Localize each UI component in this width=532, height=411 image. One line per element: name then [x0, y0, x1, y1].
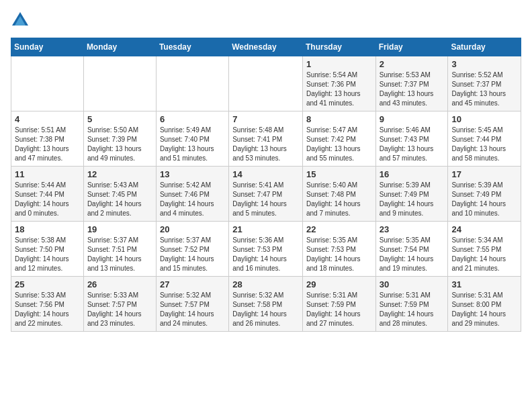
- day-number: 25: [15, 279, 80, 289]
- day-info: Sunrise: 5:34 AM Sunset: 7:55 PM Dayligh…: [451, 236, 517, 273]
- day-cell: [156, 56, 228, 111]
- day-cell: 26Sunrise: 5:33 AM Sunset: 7:57 PM Dayli…: [83, 277, 156, 332]
- day-cell: 31Sunrise: 5:31 AM Sunset: 8:00 PM Dayli…: [448, 277, 521, 332]
- day-info: Sunrise: 5:31 AM Sunset: 7:59 PM Dayligh…: [306, 291, 372, 328]
- day-info: Sunrise: 5:40 AM Sunset: 7:48 PM Dayligh…: [306, 181, 372, 218]
- day-number: 22: [306, 224, 372, 234]
- day-info: Sunrise: 5:49 AM Sunset: 7:40 PM Dayligh…: [160, 126, 225, 163]
- day-info: Sunrise: 5:38 AM Sunset: 7:50 PM Dayligh…: [15, 236, 80, 273]
- day-info: Sunrise: 5:50 AM Sunset: 7:39 PM Dayligh…: [87, 126, 152, 163]
- day-cell: 5Sunrise: 5:50 AM Sunset: 7:39 PM Daylig…: [83, 111, 156, 167]
- day-cell: 11Sunrise: 5:44 AM Sunset: 7:44 PM Dayli…: [11, 167, 84, 222]
- day-cell: 27Sunrise: 5:32 AM Sunset: 7:57 PM Dayli…: [156, 277, 228, 332]
- day-cell: 18Sunrise: 5:38 AM Sunset: 7:50 PM Dayli…: [11, 222, 84, 277]
- day-info: Sunrise: 5:52 AM Sunset: 7:37 PM Dayligh…: [451, 71, 517, 108]
- header-friday: Friday: [375, 38, 448, 56]
- day-number: 17: [451, 169, 517, 179]
- day-cell: 30Sunrise: 5:31 AM Sunset: 7:59 PM Dayli…: [375, 277, 448, 332]
- day-cell: 29Sunrise: 5:31 AM Sunset: 7:59 PM Dayli…: [302, 277, 375, 332]
- day-number: 13: [160, 169, 225, 179]
- day-number: 29: [306, 279, 372, 289]
- day-number: 12: [87, 169, 152, 179]
- day-info: Sunrise: 5:35 AM Sunset: 7:53 PM Dayligh…: [306, 236, 372, 273]
- header-wednesday: Wednesday: [229, 38, 303, 56]
- day-cell: [83, 56, 156, 111]
- day-cell: 10Sunrise: 5:45 AM Sunset: 7:44 PM Dayli…: [448, 111, 521, 167]
- day-cell: 23Sunrise: 5:35 AM Sunset: 7:54 PM Dayli…: [375, 222, 448, 277]
- day-cell: 7Sunrise: 5:48 AM Sunset: 7:41 PM Daylig…: [229, 111, 303, 167]
- day-info: Sunrise: 5:43 AM Sunset: 7:45 PM Dayligh…: [87, 181, 152, 218]
- day-cell: 20Sunrise: 5:37 AM Sunset: 7:52 PM Dayli…: [156, 222, 228, 277]
- day-info: Sunrise: 5:31 AM Sunset: 7:59 PM Dayligh…: [380, 291, 445, 328]
- logo-icon: [11, 11, 30, 30]
- day-number: 6: [160, 114, 225, 124]
- day-info: Sunrise: 5:31 AM Sunset: 8:00 PM Dayligh…: [451, 291, 517, 328]
- day-number: 5: [87, 114, 152, 124]
- day-cell: 14Sunrise: 5:41 AM Sunset: 7:47 PM Dayli…: [229, 167, 303, 222]
- day-number: 27: [160, 279, 225, 289]
- day-number: 26: [87, 279, 152, 289]
- day-cell: 12Sunrise: 5:43 AM Sunset: 7:45 PM Dayli…: [83, 167, 156, 222]
- day-cell: 9Sunrise: 5:46 AM Sunset: 7:43 PM Daylig…: [375, 111, 448, 167]
- day-cell: 4Sunrise: 5:51 AM Sunset: 7:38 PM Daylig…: [11, 111, 84, 167]
- day-info: Sunrise: 5:42 AM Sunset: 7:46 PM Dayligh…: [160, 181, 225, 218]
- day-info: Sunrise: 5:44 AM Sunset: 7:44 PM Dayligh…: [15, 181, 80, 218]
- day-info: Sunrise: 5:46 AM Sunset: 7:43 PM Dayligh…: [380, 126, 445, 163]
- day-cell: 24Sunrise: 5:34 AM Sunset: 7:55 PM Dayli…: [448, 222, 521, 277]
- week-row-2: 4Sunrise: 5:51 AM Sunset: 7:38 PM Daylig…: [11, 111, 521, 167]
- header-saturday: Saturday: [448, 38, 521, 56]
- day-info: Sunrise: 5:32 AM Sunset: 7:58 PM Dayligh…: [232, 291, 299, 328]
- day-number: 24: [451, 224, 517, 234]
- day-info: Sunrise: 5:33 AM Sunset: 7:57 PM Dayligh…: [87, 291, 152, 328]
- day-number: 7: [232, 114, 299, 124]
- day-info: Sunrise: 5:48 AM Sunset: 7:41 PM Dayligh…: [232, 126, 299, 163]
- day-cell: 22Sunrise: 5:35 AM Sunset: 7:53 PM Dayli…: [302, 222, 375, 277]
- day-number: 23: [380, 224, 445, 234]
- day-cell: [229, 56, 303, 111]
- day-number: 8: [306, 114, 372, 124]
- day-number: 30: [380, 279, 445, 289]
- day-info: Sunrise: 5:53 AM Sunset: 7:37 PM Dayligh…: [380, 71, 445, 108]
- day-info: Sunrise: 5:36 AM Sunset: 7:53 PM Dayligh…: [232, 236, 299, 273]
- day-cell: 25Sunrise: 5:33 AM Sunset: 7:56 PM Dayli…: [11, 277, 84, 332]
- day-cell: 15Sunrise: 5:40 AM Sunset: 7:48 PM Dayli…: [302, 167, 375, 222]
- day-cell: 16Sunrise: 5:39 AM Sunset: 7:49 PM Dayli…: [375, 167, 448, 222]
- day-number: 20: [160, 224, 225, 234]
- day-cell: 6Sunrise: 5:49 AM Sunset: 7:40 PM Daylig…: [156, 111, 228, 167]
- day-cell: 8Sunrise: 5:47 AM Sunset: 7:42 PM Daylig…: [302, 111, 375, 167]
- day-cell: 1Sunrise: 5:54 AM Sunset: 7:36 PM Daylig…: [302, 56, 375, 111]
- day-info: Sunrise: 5:37 AM Sunset: 7:52 PM Dayligh…: [160, 236, 225, 273]
- calendar-table: SundayMondayTuesdayWednesdayThursdayFrid…: [11, 38, 521, 332]
- day-number: 1: [306, 59, 372, 69]
- day-info: Sunrise: 5:35 AM Sunset: 7:54 PM Dayligh…: [380, 236, 445, 273]
- day-number: 14: [232, 169, 299, 179]
- week-row-3: 11Sunrise: 5:44 AM Sunset: 7:44 PM Dayli…: [11, 167, 521, 222]
- day-cell: 19Sunrise: 5:37 AM Sunset: 7:51 PM Dayli…: [83, 222, 156, 277]
- day-cell: 17Sunrise: 5:39 AM Sunset: 7:49 PM Dayli…: [448, 167, 521, 222]
- day-number: 19: [87, 224, 152, 234]
- week-row-1: 1Sunrise: 5:54 AM Sunset: 7:36 PM Daylig…: [11, 56, 521, 111]
- day-number: 21: [232, 224, 299, 234]
- day-number: 16: [380, 169, 445, 179]
- day-cell: [11, 56, 84, 111]
- week-row-4: 18Sunrise: 5:38 AM Sunset: 7:50 PM Dayli…: [11, 222, 521, 277]
- day-cell: 3Sunrise: 5:52 AM Sunset: 7:37 PM Daylig…: [448, 56, 521, 111]
- day-info: Sunrise: 5:41 AM Sunset: 7:47 PM Dayligh…: [232, 181, 299, 218]
- day-number: 31: [451, 279, 517, 289]
- header-row: SundayMondayTuesdayWednesdayThursdayFrid…: [11, 38, 521, 56]
- day-info: Sunrise: 5:51 AM Sunset: 7:38 PM Dayligh…: [15, 126, 80, 163]
- day-number: 2: [380, 59, 445, 69]
- day-number: 15: [306, 169, 372, 179]
- day-info: Sunrise: 5:39 AM Sunset: 7:49 PM Dayligh…: [451, 181, 517, 218]
- day-cell: 13Sunrise: 5:42 AM Sunset: 7:46 PM Dayli…: [156, 167, 228, 222]
- day-info: Sunrise: 5:33 AM Sunset: 7:56 PM Dayligh…: [15, 291, 80, 328]
- day-number: 3: [451, 59, 517, 69]
- day-info: Sunrise: 5:54 AM Sunset: 7:36 PM Dayligh…: [306, 71, 372, 108]
- header-monday: Monday: [83, 38, 156, 56]
- header-thursday: Thursday: [302, 38, 375, 56]
- day-number: 11: [15, 169, 80, 179]
- header-tuesday: Tuesday: [156, 38, 228, 56]
- day-number: 10: [451, 114, 517, 124]
- day-cell: 21Sunrise: 5:36 AM Sunset: 7:53 PM Dayli…: [229, 222, 303, 277]
- day-number: 18: [15, 224, 80, 234]
